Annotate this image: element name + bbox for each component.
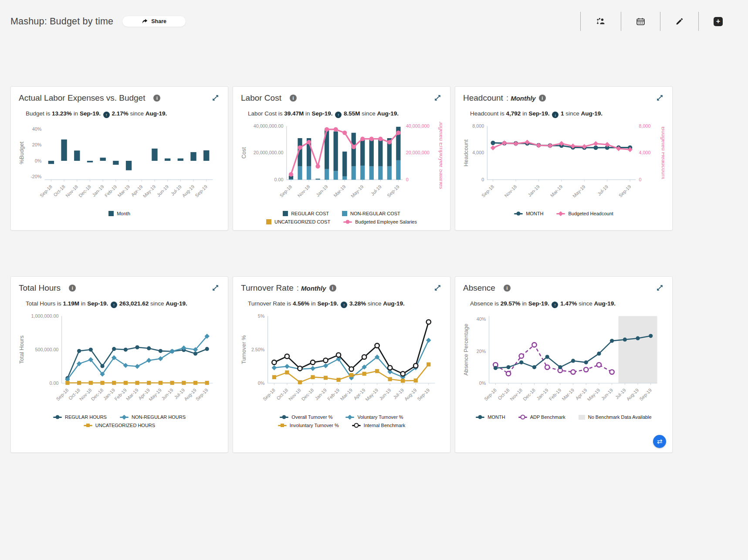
legend-label: MONTH xyxy=(487,414,505,420)
svg-text:%Budget: %Budget xyxy=(19,142,25,165)
kpi-period: Sep-19. xyxy=(528,300,549,307)
svg-text:1,000,000.00: 1,000,000.00 xyxy=(31,313,59,319)
kpi-value: 4.56% xyxy=(293,300,309,307)
svg-text:Mar-19: Mar-19 xyxy=(339,387,353,402)
info-icon[interactable]: i xyxy=(329,285,336,292)
kpi-value: 13.23% xyxy=(52,110,72,117)
expand-icon xyxy=(434,284,441,292)
expand-card-button[interactable] xyxy=(211,283,220,294)
card-title: Total Hours i xyxy=(19,283,76,293)
kpi-subtitle: Labor Cost is 39.47M in Sep-19. ↑ 8.55M … xyxy=(248,110,442,118)
legend-label: Budgeted Headcount xyxy=(568,211,613,216)
svg-text:May-19: May-19 xyxy=(350,184,365,199)
expand-card-button[interactable] xyxy=(655,93,664,104)
info-icon[interactable]: i xyxy=(539,95,546,102)
chart-canvas-budget: 40%20%0%-20%%BudgetSep-18Oct-18Nov-18Dec… xyxy=(19,122,220,209)
expand-card-button[interactable] xyxy=(433,283,442,294)
legend-marker xyxy=(266,219,271,224)
add-button[interactable]: + xyxy=(699,12,738,31)
trend-up-icon: ↑ xyxy=(552,302,558,308)
legend-item-adp-benchmark: ADP Benchmark xyxy=(518,414,565,420)
info-icon[interactable]: i xyxy=(153,95,160,102)
edit-button[interactable] xyxy=(660,12,698,31)
chart-canvas-turnover: 5%2.50%0%Turnover %Sep-18Oct-18Nov-18Dec… xyxy=(241,312,442,413)
kpi-subtitle: Budget is 13.23% in Sep-19. ↑ 2.17% sinc… xyxy=(26,110,220,118)
share-icon xyxy=(142,18,148,24)
trend-up-icon: ↑ xyxy=(103,112,110,118)
svg-text:Jan-19: Jan-19 xyxy=(535,387,549,401)
svg-text:Nov-18: Nov-18 xyxy=(288,387,302,402)
kpi-delta: 1 xyxy=(561,110,564,117)
expand-icon xyxy=(212,284,219,292)
svg-text:Sep-18: Sep-18 xyxy=(55,387,69,402)
expand-card-button[interactable] xyxy=(433,93,442,104)
legend-marker xyxy=(345,417,354,418)
legend-item-month: Month xyxy=(108,211,130,216)
legend-label: Involuntary Turnover % xyxy=(290,423,339,428)
svg-text:Feb-19: Feb-19 xyxy=(326,387,341,402)
svg-text:0: 0 xyxy=(639,177,641,182)
svg-text:Jan-19: Jan-19 xyxy=(102,387,116,401)
kpi-delta: 263,021.62 xyxy=(119,300,149,307)
svg-text:May-19: May-19 xyxy=(586,387,601,402)
info-icon[interactable]: i xyxy=(69,285,76,292)
kpi-value: 4,792 xyxy=(506,110,521,117)
chart-legend: REGULAR COSTNON-REGULAR COSTUNCATEGORIZE… xyxy=(241,211,442,224)
kpi-value: 1.19M xyxy=(63,300,80,307)
people-flow-icon xyxy=(596,17,606,26)
legend-item-regular-hours: REGULAR HOURS xyxy=(53,414,107,420)
svg-text:Dec-18: Dec-18 xyxy=(300,387,315,402)
svg-text:Jan-19: Jan-19 xyxy=(315,184,329,198)
svg-text:Jun-19: Jun-19 xyxy=(378,387,392,401)
legend-marker xyxy=(108,211,114,216)
info-icon[interactable]: i xyxy=(290,95,297,102)
people-flow-button[interactable] xyxy=(581,12,621,31)
svg-text:Nov-18: Nov-18 xyxy=(64,184,79,198)
calendar-button[interactable] xyxy=(621,12,660,31)
svg-text:Nov-18: Nov-18 xyxy=(509,387,523,402)
svg-text:Sep-19: Sep-19 xyxy=(638,387,653,402)
legend-item-no-benchmark-data-available: No Benchmark Data Available xyxy=(579,414,652,420)
legend-item-budgeted-headcount: Budgeted Headcount xyxy=(556,211,613,216)
svg-text:Sep-18: Sep-18 xyxy=(262,387,276,402)
legend-label: ADP Benchmark xyxy=(530,414,565,420)
svg-text:0%: 0% xyxy=(35,158,42,163)
svg-text:0%: 0% xyxy=(258,380,265,386)
svg-text:40,000,000.00: 40,000,000.00 xyxy=(254,123,284,129)
svg-text:Nov-18: Nov-18 xyxy=(78,387,93,402)
svg-text:Aug-19: Aug-19 xyxy=(181,184,195,198)
toolbar: + xyxy=(580,12,738,31)
legend-label: Overall Turnover % xyxy=(291,414,332,420)
card-total-hours: Total Hours i Total Hours is 1.19M in Se… xyxy=(10,276,228,453)
svg-text:Jun-19: Jun-19 xyxy=(160,387,174,401)
kpi-subtitle: Headcount is 4,792 in Sep-19. ↓ 1 since … xyxy=(470,110,664,118)
trend-up-icon: ↑ xyxy=(111,302,117,308)
svg-text:Feb-19: Feb-19 xyxy=(113,387,128,402)
expand-card-button[interactable] xyxy=(655,283,664,294)
svg-text:Sep-18: Sep-18 xyxy=(483,387,498,402)
svg-text:40%: 40% xyxy=(477,316,486,322)
expand-card-button[interactable] xyxy=(211,93,220,104)
chart-canvas-headcount: 8,0004,0000Headcount8,0004,0000Budgeted … xyxy=(463,122,664,209)
share-button[interactable]: Share xyxy=(122,16,186,27)
svg-text:Oct-18: Oct-18 xyxy=(275,387,289,401)
legend-item-uncategorized-cost: UNCATEGORIZED COST xyxy=(266,219,330,224)
legend-label: UNCATEGORIZED HOURS xyxy=(95,423,155,428)
card-title-suffix: Monthly xyxy=(511,95,536,102)
info-icon[interactable]: i xyxy=(504,285,511,292)
svg-text:Aug-19: Aug-19 xyxy=(403,387,418,402)
dashboard-page: Mashup: Budget by time Share xyxy=(0,0,748,560)
legend-marker xyxy=(283,211,288,216)
chart-legend: MONTHADP BenchmarkNo Benchmark Data Avai… xyxy=(463,414,664,420)
svg-text:Jan-19: Jan-19 xyxy=(91,184,105,198)
legend-marker xyxy=(556,213,565,214)
legend-marker xyxy=(579,415,585,420)
svg-text:Absence Percentage: Absence Percentage xyxy=(463,324,469,376)
cards-grid: Actual Labor Expenses vs. Budget i Budge… xyxy=(10,86,748,479)
kpi-prefix: Turnover Rate is xyxy=(248,300,291,307)
svg-text:20,000,000: 20,000,000 xyxy=(406,150,430,156)
benchmark-compare-button[interactable]: ⇄ xyxy=(653,435,666,448)
svg-text:500,000.00: 500,000.00 xyxy=(35,347,58,352)
legend-marker xyxy=(120,417,129,418)
svg-text:Oct-18: Oct-18 xyxy=(497,387,510,401)
